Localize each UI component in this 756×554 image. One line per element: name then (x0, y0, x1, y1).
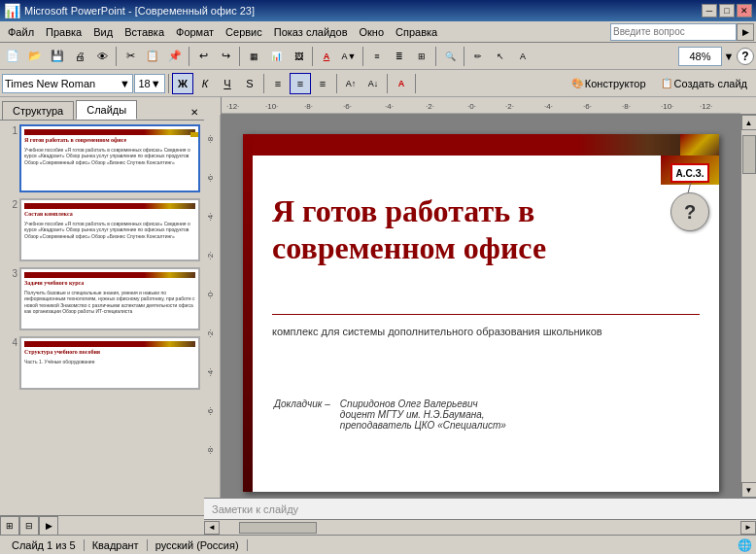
slide1-title: Я готов работать в современном офисе (24, 137, 195, 145)
print-button[interactable]: 🖨 (69, 46, 90, 67)
slide-title-line1: Я готов работать в (272, 193, 534, 228)
menu-insert[interactable]: Вставка (119, 24, 170, 40)
font-color-button[interactable]: A▼ (338, 46, 360, 67)
text-color-button[interactable]: A (316, 46, 337, 67)
slide-item-1[interactable]: 1 Я готов работать в современном офисе У… (4, 124, 200, 192)
cut-button[interactable]: ✂ (120, 46, 141, 67)
normal-view-button[interactable]: ⊞ (0, 516, 19, 535)
window-controls: ─ □ ✕ (702, 4, 752, 17)
designer-button[interactable]: 🎨 Конструктор (565, 73, 653, 94)
align-left-button[interactable]: ≡ (267, 73, 289, 94)
svg-rect-15 (204, 115, 222, 498)
col1-button[interactable]: ≡ (366, 46, 388, 67)
maximize-button[interactable]: □ (719, 4, 735, 17)
new-button[interactable]: 📄 (2, 46, 23, 67)
slide-list: 1 Я готов работать в современном офисе У… (0, 121, 204, 399)
menu-help[interactable]: Справка (390, 24, 443, 40)
slide-num-4: 4 (4, 336, 19, 390)
tab-structure[interactable]: Структура (2, 101, 74, 120)
slide-canvas[interactable]: Я готов работать в современном офисе ком… (222, 115, 740, 498)
vertical-scrollbar[interactable]: ▲ ▼ (740, 115, 756, 498)
comment-box[interactable]: А.С.З. (670, 163, 709, 183)
minimize-button[interactable]: ─ (702, 4, 717, 17)
scroll-left-button[interactable]: ◄ (204, 521, 220, 535)
help-search-input[interactable] (610, 23, 737, 41)
font-color-fmt-button[interactable]: A (391, 73, 412, 94)
scroll-track[interactable] (741, 130, 756, 482)
menu-view[interactable]: Вид (87, 24, 119, 40)
col2-button[interactable]: ≣ (389, 46, 410, 67)
slide-sorter-button[interactable]: ⊟ (19, 516, 39, 535)
scroll-right-button[interactable]: ► (740, 521, 756, 535)
menu-tools[interactable]: Сервис (220, 24, 268, 40)
insert-table-button[interactable]: ▦ (243, 46, 264, 67)
align-center-button[interactable]: ≡ (290, 73, 311, 94)
slide-num-3: 3 (4, 267, 19, 330)
col3-button[interactable]: ⊞ (411, 46, 432, 67)
undo-button[interactable]: ↩ (192, 46, 214, 67)
sep-fmt4 (387, 74, 388, 93)
drawing-button[interactable]: ✏ (467, 46, 489, 67)
align-right-button[interactable]: ≡ (312, 73, 333, 94)
select-button[interactable]: ↖ (490, 46, 511, 67)
decrease-font-button[interactable]: A↓ (362, 73, 384, 94)
slide-title-line2: современном офисе (272, 230, 546, 265)
slide3-title: Задачи учебного курса (24, 280, 195, 288)
slide-thumb-3[interactable]: Задачи учебного курса Получить базовые и… (19, 267, 200, 330)
paste-button[interactable]: 📌 (164, 46, 186, 67)
close-button[interactable]: ✕ (737, 4, 752, 17)
slide-main-title[interactable]: Я готов работать в современном офисе (272, 192, 641, 267)
font-name-selector[interactable]: Times New Roman ▼ (2, 74, 133, 93)
redo-button[interactable]: ↪ (215, 46, 236, 67)
svg-text:·10·: ·10· (265, 102, 278, 111)
tab-slides[interactable]: Слайды (76, 100, 137, 120)
slide-thumb-1[interactable]: Я готов работать в современном офисе Уче… (19, 124, 200, 192)
menu-edit[interactable]: Правка (40, 24, 87, 40)
zoom-dropdown[interactable]: ▼ (722, 46, 736, 67)
h-scroll-track[interactable] (220, 521, 740, 535)
slide-item-3[interactable]: 3 Задачи учебного курса Получить базовые… (4, 267, 200, 330)
slide-thumb-2[interactable]: Состав комплекса Учебное пособие «Я гото… (19, 198, 200, 261)
notes-area[interactable]: Заметки к слайду (204, 498, 756, 519)
strikethrough-button[interactable]: S (239, 73, 260, 94)
slide3-body: Получить базовые и специальные знания, у… (24, 290, 195, 315)
slide-thumbnails-panel[interactable]: 1 Я готов работать в современном офисе У… (0, 121, 204, 515)
panel-close-button[interactable]: ✕ (187, 104, 202, 120)
slide-subtitle[interactable]: комплекс для системы дополнительного обр… (272, 324, 700, 340)
italic-button[interactable]: К (194, 73, 216, 94)
slideshow-button[interactable]: ▶ (39, 516, 58, 535)
svg-text:·12·: ·12· (700, 102, 712, 111)
slide-thumb-4[interactable]: Структура учебного пособия Часть 1. Учён… (19, 336, 200, 390)
slide-item-2[interactable]: 2 Состав комплекса Учебное пособие «Я го… (4, 198, 200, 261)
insert-chart-button[interactable]: 📊 (265, 46, 287, 67)
question-balloon[interactable]: ? (670, 192, 709, 231)
open-button[interactable]: 📂 (24, 46, 46, 67)
slide-presenter-block[interactable]: Докладчик – Спиридонов Олег Валерьевич д… (272, 397, 700, 433)
presenter-role1: доцент МГТУ им. Н.Э.Баумана, (340, 409, 485, 420)
svg-text:·4·: ·4· (206, 213, 215, 222)
wordart-button[interactable]: A (512, 46, 533, 67)
bold-button[interactable]: Ж (172, 73, 193, 94)
font-size-selector[interactable]: 18 ▼ (134, 74, 165, 93)
underline-button[interactable]: Ч (217, 73, 238, 94)
menu-window[interactable]: Окно (354, 24, 391, 40)
slide-item-4[interactable]: 4 Структура учебного пособия Часть 1. Уч… (4, 336, 200, 390)
insert-clip-button[interactable]: 🖼 (288, 46, 309, 67)
new-slide-button[interactable]: 📋 Создать слайд (654, 73, 754, 94)
menu-slideshow[interactable]: Показ слайдов (268, 24, 354, 40)
menu-file[interactable]: Файл (2, 24, 40, 40)
copy-button[interactable]: 📋 (142, 46, 163, 67)
h-scroll-thumb[interactable] (239, 522, 317, 534)
horizontal-scrollbar[interactable]: ◄ ► (204, 519, 756, 535)
scroll-thumb[interactable] (742, 135, 756, 174)
sep-fmt1 (168, 74, 169, 93)
menu-format[interactable]: Формат (170, 24, 220, 40)
scroll-up-button[interactable]: ▲ (741, 115, 757, 130)
zoom-100-button[interactable]: 🔍 (439, 46, 461, 67)
help-search-button[interactable]: ▶ (737, 23, 754, 41)
help-button[interactable]: ? (737, 48, 754, 65)
preview-button[interactable]: 👁 (91, 46, 113, 67)
scroll-down-button[interactable]: ▼ (741, 482, 757, 498)
save-button[interactable]: 💾 (47, 46, 68, 67)
increase-font-button[interactable]: A↑ (340, 73, 361, 94)
